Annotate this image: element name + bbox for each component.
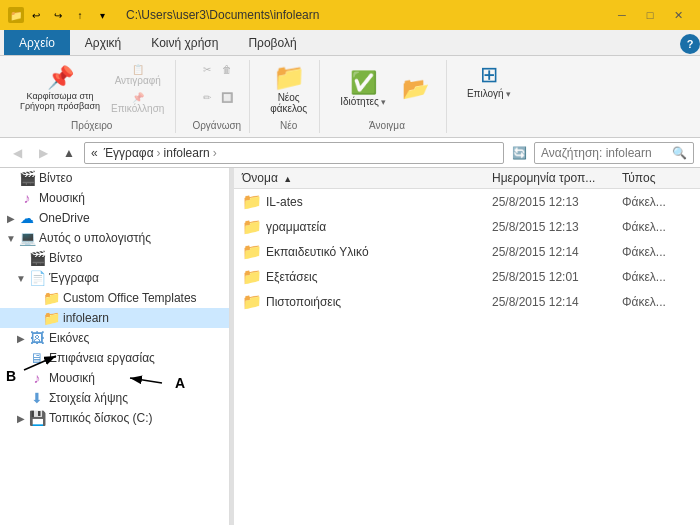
qa-undo[interactable]: ↩ [26,5,46,25]
up-button[interactable]: ▲ [58,142,80,164]
tab-view[interactable]: Προβολή [233,30,311,55]
properties-icon: ✅ [350,72,377,94]
cut-button[interactable]: ✂ [198,62,216,77]
forward-button[interactable]: ▶ [32,142,54,164]
sidebar-item-infolearn[interactable]: 📁 infolearn [0,308,229,328]
ribbon-group-clipboard: 📌 Καρφίτσωμα στηΓρήγορη πρόσβαση 📋 Αντιγ… [8,60,176,133]
sidebar-item-pc-videos[interactable]: 🎬 Βίντεο [0,248,229,268]
maximize-button[interactable]: □ [636,4,664,26]
pin-icon: 📌 [47,67,74,89]
open-label: Άνοιγμα [369,118,405,131]
organize-label: Οργάνωση [192,118,241,131]
expand-onedrive: ▶ [4,213,18,224]
tab-home[interactable]: Αρχική [70,30,136,55]
properties-button[interactable]: ✅ Ιδιότητες▾ [336,70,390,109]
paste-button[interactable]: 📌 Επικόλληση [108,90,167,116]
ribbon-group-organize: ✂ 🗑 ✏ 🔲 Οργάνωση [184,60,250,133]
select-label: Επιλογή▾ [467,88,511,99]
onedrive-label: OneDrive [39,211,90,225]
move-button[interactable]: 🔲 [218,90,236,105]
rename-button[interactable]: ✏ [198,90,216,105]
expand-this-pc: ▼ [4,233,18,244]
sidebar-item-desktop[interactable]: 🖥 Επιφάνεια εργασίας [0,348,229,368]
file-name-2: Εκπαιδευτικό Υλικό [266,245,492,259]
file-items: 📁 IL-ates 25/8/2015 12:13 Φάκελ... 📁 γρα… [234,189,700,525]
file-icon-3: 📁 [242,267,262,286]
folder-icon: 📁 [8,7,24,23]
qa-redo[interactable]: ↪ [48,5,68,25]
breadcrumb-docs[interactable]: Έγγραφα [104,146,154,160]
pin-label: Καρφίτσωμα στηΓρήγορη πρόσβαση [20,91,100,111]
file-name-1: γραμματεία [266,220,492,234]
open-icon: 📂 [402,78,429,100]
file-item-3[interactable]: 📁 Εξετάσεις 25/8/2015 12:01 Φάκελ... [234,264,700,289]
pin-button[interactable]: 📌 Καρφίτσωμα στηΓρήγορη πρόσβαση [16,65,104,113]
cut-icon: ✂ [203,64,211,75]
music-label: Μουσική [39,191,85,205]
back-button[interactable]: ◀ [6,142,28,164]
paste-label: Επικόλληση [111,103,164,114]
new-label: Νέο [280,118,297,131]
sidebar-item-local-disk[interactable]: ▶ 💾 Τοπικός δίσκος (C:) [0,408,229,428]
delete-button[interactable]: 🗑 [218,62,236,77]
search-box[interactable]: 🔍 [534,142,694,164]
sidebar-item-videos[interactable]: 🎬 Βίντεο [0,168,229,188]
minimize-button[interactable]: ─ [608,4,636,26]
breadcrumb-infolearn[interactable]: infolearn [164,146,210,160]
sidebar-item-pictures[interactable]: ▶ 🖼 Εικόνες [0,328,229,348]
file-date-3: 25/8/2015 12:01 [492,270,622,284]
file-icon-1: 📁 [242,217,262,236]
col-date-header[interactable]: Ημερομηνία τροπ... [492,171,622,185]
downloads-icon: ⬇ [28,390,46,406]
file-item-4[interactable]: 📁 Πιστοποιήσεις 25/8/2015 12:14 Φάκελ... [234,289,700,314]
open-button[interactable]: 📂 [394,76,438,102]
expand-pictures: ▶ [14,333,28,344]
qa-more[interactable]: ▾ [92,5,112,25]
pc-videos-label: Βίντεο [49,251,82,265]
sidebar-item-custom-templates[interactable]: 📁 Custom Office Templates [0,288,229,308]
documents-icon: 📄 [28,270,46,286]
downloads-label: Στοιχεία λήψης [49,391,128,405]
sidebar-item-onedrive[interactable]: ▶ ☁ OneDrive [0,208,229,228]
custom-templates-label: Custom Office Templates [63,291,197,305]
file-date-2: 25/8/2015 12:14 [492,245,622,259]
this-pc-label: Αυτός ο υπολογιστής [39,231,151,245]
file-icon-4: 📁 [242,292,262,311]
close-button[interactable]: ✕ [664,4,692,26]
copy-button[interactable]: 📋 Αντιγραφή [108,62,167,88]
ribbon-content: 📌 Καρφίτσωμα στηΓρήγορη πρόσβαση 📋 Αντιγ… [0,56,700,137]
qa-up[interactable]: ↑ [70,5,90,25]
tab-file[interactable]: Αρχείο [4,30,70,55]
col-type-header[interactable]: Τύπος [622,171,692,185]
sidebar-item-music2[interactable]: ♪ Μουσική [0,368,229,388]
sidebar-item-downloads[interactable]: ⬇ Στοιχεία λήψης [0,388,229,408]
rename-icon: ✏ [203,92,211,103]
this-pc-icon: 💻 [18,230,36,246]
file-item-2[interactable]: 📁 Εκπαιδευτικό Υλικό 25/8/2015 12:14 Φάκ… [234,239,700,264]
videos-icon: 🎬 [18,170,36,186]
select-button[interactable]: ⊞ Επιλογή▾ [463,62,515,101]
col-name-header[interactable]: Όνομα ▲ [242,171,492,185]
music2-icon: ♪ [28,370,46,386]
file-item-0[interactable]: 📁 IL-ates 25/8/2015 12:13 Φάκελ... [234,189,700,214]
file-type-0: Φάκελ... [622,195,692,209]
new-folder-button[interactable]: 📁 Νέοςφάκελος [266,62,311,116]
local-disk-label: Τοπικός δίσκος (C:) [49,411,153,425]
address-path[interactable]: « Έγγραφα › infolearn › [84,142,504,164]
search-input[interactable] [541,146,668,160]
sort-arrow: ▲ [283,174,292,184]
ribbon-group-new: 📁 Νέοςφάκελος Νέο [258,60,320,133]
refresh-button[interactable]: 🔄 [508,142,530,164]
desktop-icon: 🖥 [28,350,46,366]
file-list-header: Όνομα ▲ Ημερομηνία τροπ... Τύπος [234,168,700,189]
file-item-1[interactable]: 📁 γραμματεία 25/8/2015 12:13 Φάκελ... [234,214,700,239]
help-button[interactable]: ? [680,34,700,54]
title-bar: 📁 ↩ ↪ ↑ ▾ C:\Users\user3\Documents\infol… [0,0,700,30]
sidebar-item-music[interactable]: ♪ Μουσική [0,188,229,208]
address-bar: ◀ ▶ ▲ « Έγγραφα › infolearn › 🔄 🔍 [0,138,700,168]
pictures-label: Εικόνες [49,331,89,345]
sidebar-item-documents[interactable]: ▼ 📄 Έγγραφα [0,268,229,288]
sidebar-item-this-pc[interactable]: ▼ 💻 Αυτός ο υπολογιστής [0,228,229,248]
documents-label: Έγγραφα [49,271,99,285]
tab-share[interactable]: Κοινή χρήση [136,30,233,55]
